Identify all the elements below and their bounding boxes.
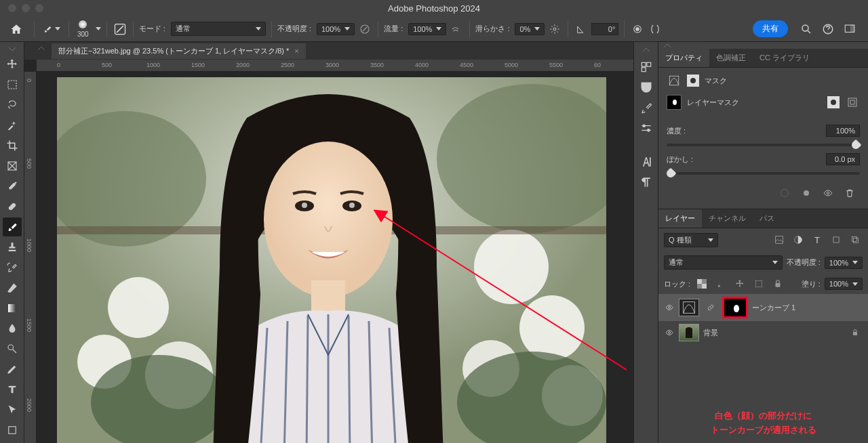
blur-tool[interactable]	[3, 319, 22, 338]
close-tab-icon[interactable]: ×	[294, 47, 298, 55]
character-panel-icon[interactable]	[639, 154, 654, 169]
paragraph-panel-icon[interactable]	[639, 175, 654, 190]
filter-shape-icon[interactable]	[829, 232, 844, 247]
layer-filter-dropdown[interactable]: Q 種類	[664, 233, 718, 247]
wand-tool[interactable]	[3, 116, 22, 135]
svg-point-57	[669, 307, 671, 309]
pixel-mask-icon[interactable]	[827, 96, 840, 108]
workspace-icon[interactable]	[842, 22, 857, 37]
smoothing-input[interactable]: 0%	[515, 23, 545, 35]
pressure-opacity-icon[interactable]	[357, 22, 372, 37]
layer-mask-thumb-selected[interactable]	[722, 297, 748, 318]
tab-cc-libraries[interactable]: CC ライブラリ	[753, 49, 816, 67]
tab-layers[interactable]: レイヤー	[658, 209, 702, 228]
feather-value[interactable]: 0.0 px	[826, 153, 860, 165]
move-tool[interactable]	[3, 55, 22, 74]
layer-row-background[interactable]: 背景	[658, 321, 868, 344]
density-value[interactable]: 100%	[826, 125, 860, 137]
type-tool[interactable]	[3, 380, 22, 399]
marquee-tool[interactable]	[3, 75, 22, 94]
panels-collapse-icon[interactable]	[658, 42, 868, 49]
svg-point-2	[553, 28, 556, 30]
color-panel-icon[interactable]	[639, 60, 654, 75]
svg-point-22	[519, 295, 585, 360]
background-thumb[interactable]	[679, 324, 699, 341]
lasso-tool[interactable]	[3, 96, 22, 114]
gradient-tool[interactable]	[3, 299, 22, 318]
airbrush-icon[interactable]	[449, 22, 464, 37]
lock-transparency-icon[interactable]	[694, 276, 709, 291]
pen-tool[interactable]	[3, 360, 22, 379]
opacity-input[interactable]: 100%	[317, 23, 355, 35]
stamp-tool[interactable]	[3, 238, 22, 257]
tab-channels[interactable]: チャンネル	[702, 209, 753, 228]
help-icon[interactable]	[821, 22, 835, 37]
tab-paths[interactable]: パス	[753, 209, 781, 228]
vector-mask-icon[interactable]	[845, 95, 860, 110]
delete-mask-icon[interactable]	[842, 186, 857, 201]
shape-tool[interactable]	[3, 421, 22, 440]
filter-adjust-icon[interactable]	[791, 232, 806, 247]
swatches-panel-icon[interactable]	[639, 80, 654, 95]
adjustments-panel-icon[interactable]	[639, 121, 654, 135]
eyedropper-tool[interactable]	[3, 177, 22, 196]
maximize-window-icon[interactable]	[35, 4, 43, 12]
brush-preset-picker[interactable]: 300	[75, 20, 92, 38]
collapse-icon[interactable]	[9, 45, 16, 54]
tool-preset-picker[interactable]	[40, 24, 63, 34]
tab-color-adjust[interactable]: 色調補正	[709, 49, 753, 67]
svg-rect-41	[669, 76, 679, 85]
density-slider[interactable]	[667, 144, 860, 146]
dodge-tool[interactable]	[3, 339, 22, 358]
svg-point-28	[264, 142, 393, 297]
toggle-mask-icon[interactable]	[821, 186, 835, 201]
angle-input[interactable]: 0°	[591, 23, 618, 35]
link-icon[interactable]	[703, 300, 718, 315]
tab-properties[interactable]: プロパティ	[658, 49, 709, 67]
layer-row-curves[interactable]: ーンカーブ 1	[658, 294, 868, 321]
filter-smart-icon[interactable]	[848, 232, 863, 247]
properties-tabs: プロパティ 色調補正 CC ライブラリ	[658, 49, 868, 68]
filter-type-icon[interactable]: T	[810, 232, 825, 247]
layer-mask-thumb[interactable]	[667, 95, 682, 110]
home-icon[interactable]	[8, 21, 24, 37]
crop-tool[interactable]	[3, 136, 22, 155]
visibility-toggle-icon[interactable]	[664, 303, 675, 312]
expand-dock-icon[interactable]	[643, 45, 650, 54]
document-tab[interactable]: 部分補正−321web.jpg @ 23.5% (トーンカーブ 1, レイヤーマ…	[52, 43, 306, 59]
minimize-window-icon[interactable]	[22, 4, 30, 12]
share-button[interactable]: 共有	[753, 20, 788, 37]
apply-mask-icon[interactable]	[799, 186, 814, 201]
path-select-tool[interactable]	[3, 400, 22, 419]
smoothing-options-icon[interactable]	[547, 22, 562, 37]
fill-label: 塗り :	[802, 279, 821, 289]
lock-artboard-icon[interactable]	[751, 276, 766, 291]
brushes-panel-icon[interactable]	[639, 100, 654, 115]
frame-tool[interactable]	[3, 156, 22, 175]
lock-pixels-icon[interactable]	[713, 276, 728, 291]
feather-slider[interactable]	[667, 172, 860, 175]
brush-settings-icon[interactable]	[113, 22, 127, 37]
healing-tool[interactable]	[3, 197, 22, 216]
history-brush-tool[interactable]	[3, 258, 22, 277]
load-selection-icon[interactable]	[777, 186, 792, 201]
blend-mode-dropdown[interactable]: 通常	[171, 22, 266, 36]
lock-all-icon[interactable]	[770, 276, 785, 291]
close-window-icon[interactable]	[8, 4, 16, 12]
layer-blend-dropdown[interactable]: 通常	[664, 255, 783, 270]
adjustment-layer-thumb[interactable]	[679, 299, 699, 316]
canvas[interactable]	[37, 72, 633, 443]
layer-opacity-input[interactable]: 100%	[825, 257, 863, 269]
eraser-tool[interactable]	[3, 278, 22, 297]
visibility-toggle-icon[interactable]	[664, 329, 675, 337]
brush-tool[interactable]	[3, 217, 22, 236]
lock-position-icon[interactable]	[732, 276, 747, 291]
search-icon[interactable]	[799, 22, 814, 37]
fill-input[interactable]: 100%	[825, 278, 863, 290]
flow-input[interactable]: 100%	[408, 23, 446, 35]
tabs-collapse-icon[interactable]	[38, 43, 45, 53]
svg-point-44	[781, 190, 789, 197]
symmetry-icon[interactable]	[648, 22, 663, 37]
pressure-size-icon[interactable]	[630, 22, 645, 37]
filter-image-icon[interactable]	[772, 232, 787, 247]
